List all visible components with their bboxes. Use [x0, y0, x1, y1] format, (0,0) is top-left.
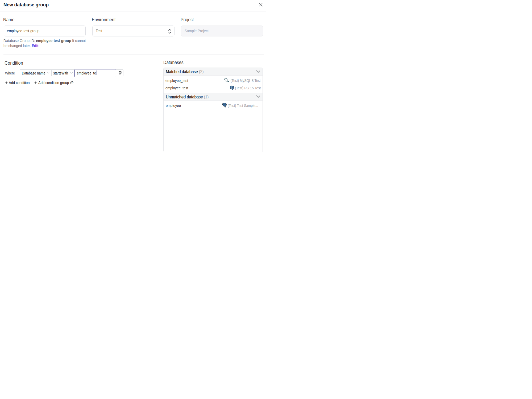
svg-text:?: ? — [71, 82, 72, 84]
